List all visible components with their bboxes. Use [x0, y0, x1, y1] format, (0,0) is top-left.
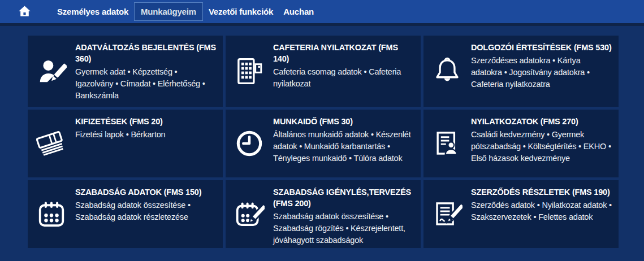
card-title: NYILATKOZATOK (FMS 270)	[471, 116, 613, 127]
calendar-icon	[36, 199, 67, 229]
menu-card-1[interactable]: ADATVÁLTOZÁS BEJELENTÉS (FMS 360) Gyerme…	[28, 36, 223, 107]
card-title: MUNKAIDŐ (FMS 30)	[273, 116, 415, 127]
content-area: ADATVÁLTOZÁS BEJELENTÉS (FMS 360) Gyerme…	[0, 26, 644, 248]
card-description: Szerződéses adatokra • Kártya adatokra •…	[471, 55, 613, 90]
menu-card-9[interactable]: SZERZŐDÉS RÉSZLETEK (FMS 190) Szerződés …	[423, 180, 619, 248]
bell-icon	[432, 56, 463, 86]
home-button[interactable]	[18, 5, 32, 19]
card-description: Családi kedvezmény • Gyermek pótszabadsá…	[471, 129, 613, 164]
card-description: Gyermek adat • Képzettség • Igazolvány •…	[75, 66, 217, 102]
menu-card-7[interactable]: SZABADSÁG ADATOK (FMS 150) Szabadság ada…	[28, 180, 223, 248]
card-title: KIFIZETÉSEK (FMS 20)	[75, 116, 217, 127]
clock-icon	[234, 128, 265, 159]
banknotes-icon	[36, 128, 67, 159]
main-nav: Személyes adatokMunkaügyeimVezetői funkc…	[52, 0, 319, 23]
card-description: Szerződés adatok • Nyilatkozat adatok • …	[471, 199, 613, 223]
document-person-icon	[432, 128, 463, 159]
menu-card-5[interactable]: MUNKAIDŐ (FMS 30) Általános munkaidő ada…	[226, 110, 421, 177]
card-description: Általános munkaidő adatok • Készenlét ad…	[273, 129, 415, 164]
menu-card-2[interactable]: CAFETERIA NYILATKOZAT (FMS 140) Cafeteri…	[226, 36, 421, 107]
person-edit-icon	[36, 56, 67, 86]
card-title: SZERZŐDÉS RÉSZLETEK (FMS 190)	[471, 186, 613, 198]
card-description: Szabadság adatok összesítése • Szabadság…	[273, 211, 415, 246]
nav-item-2[interactable]: Munkaügyeim	[134, 2, 203, 21]
card-title: CAFETERIA NYILATKOZAT (FMS 140)	[273, 42, 415, 64]
nav-item-4[interactable]: Auchan	[278, 0, 319, 23]
card-description: Fizetési lapok • Bérkarton	[75, 129, 217, 141]
card-title: DOLGOZÓI ÉRTESÍTÉSEK (FMS 530)	[471, 42, 613, 53]
document-edit-icon	[432, 199, 463, 229]
menu-card-8[interactable]: SZABADSÁG IGÉNYLÉS,TERVEZÉS (FMS 200) Sz…	[226, 180, 421, 248]
menu-card-4[interactable]: KIFIZETÉSEK (FMS 20) Fizetési lapok • Bé…	[28, 110, 223, 177]
menu-card-6[interactable]: NYILATKOZATOK (FMS 270) Családi kedvezmé…	[423, 110, 619, 177]
home-icon	[18, 5, 32, 19]
top-navbar: Személyes adatokMunkaügyeimVezetői funkc…	[0, 0, 644, 23]
cards-grid: ADATVÁLTOZÁS BEJELENTÉS (FMS 360) Gyerme…	[28, 36, 619, 248]
calendar-edit-icon	[234, 199, 265, 229]
nav-item-1[interactable]: Személyes adatok	[52, 0, 133, 23]
card-title: ADATVÁLTOZÁS BEJELENTÉS (FMS 360)	[75, 42, 217, 64]
card-title: SZABADSÁG ADATOK (FMS 150)	[75, 186, 217, 198]
app-window: Személyes adatokMunkaügyeimVezetői funkc…	[0, 0, 644, 248]
card-title: SZABADSÁG IGÉNYLÉS,TERVEZÉS (FMS 200)	[273, 186, 415, 209]
card-description: Cafeteria csomag adatok • Cafeteria nyil…	[273, 66, 415, 90]
nav-item-3[interactable]: Vezetői funkciók	[204, 0, 278, 23]
card-description: Szabadság adatok összesítése • Szabadság…	[75, 199, 217, 223]
calculator-icon	[234, 56, 265, 86]
menu-card-3[interactable]: DOLGOZÓI ÉRTESÍTÉSEK (FMS 530) Szerződés…	[423, 36, 619, 107]
